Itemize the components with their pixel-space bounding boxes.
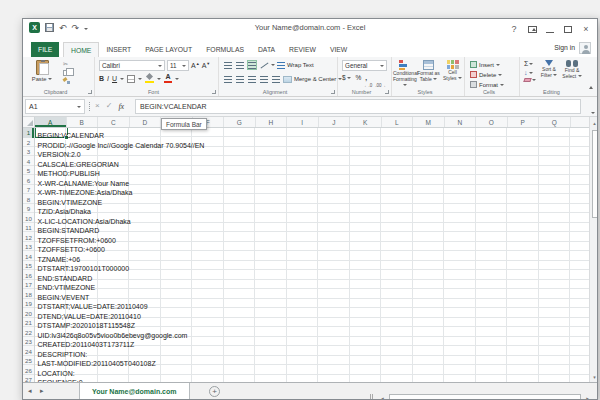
new-sheet-button[interactable]: + [209, 386, 220, 397]
grid-row-27[interactable]: SEQUENCE:0 [35, 375, 589, 382]
collapse-ribbon-button[interactable] [589, 75, 593, 93]
horizontal-scroll-thumb[interactable] [389, 394, 581, 400]
user-avatar-icon[interactable] [579, 42, 591, 54]
grid-row-8[interactable]: BEGIN:VTIMEZONE [35, 195, 589, 205]
row-header-9[interactable]: 9 [23, 204, 34, 214]
sheet-nav-right-icon[interactable]: ▸ [40, 387, 44, 395]
row-header-3[interactable]: 3 [23, 147, 34, 157]
row-header-10[interactable]: 10 [23, 214, 34, 224]
tab-home[interactable]: HOME [63, 42, 99, 57]
scroll-down-icon[interactable]: ▾ [590, 371, 598, 382]
ribbon-display-options-button[interactable] [523, 21, 541, 37]
sort-filter-button[interactable]: Sort &Filter [538, 60, 560, 79]
middle-align-button[interactable] [235, 60, 245, 70]
font-color-button[interactable]: A [164, 74, 172, 83]
grid-row-9[interactable]: TZID:Asia/Dhaka [35, 204, 589, 214]
scroll-left-icon[interactable]: ◂ [378, 393, 387, 400]
number-dialog-launcher[interactable] [385, 90, 389, 94]
borders-dropdown-icon[interactable] [138, 78, 142, 80]
help-button[interactable]: ? [505, 21, 523, 37]
horizontal-scroll-track[interactable] [387, 393, 583, 400]
row-header-2[interactable]: 2 [23, 138, 34, 148]
column-header-o[interactable]: O [476, 117, 508, 127]
column-header-j[interactable]: J [319, 117, 351, 127]
underline-dropdown-icon[interactable] [120, 78, 124, 80]
restore-button[interactable] [559, 21, 577, 37]
row-header-20[interactable]: 20 [23, 309, 34, 319]
font-dialog-launcher[interactable] [212, 90, 216, 94]
grid-row-10[interactable]: X-LIC-LOCATION:Asia/Dhaka [35, 214, 589, 224]
fill-button[interactable]: ↓ [524, 69, 536, 76]
merge-center-button[interactable]: Merge & Center [283, 76, 342, 83]
grid-row-14[interactable]: TZNAME:+06 [35, 252, 589, 262]
autosum-button[interactable]: Σ [524, 60, 536, 67]
row-header-24[interactable]: 24 [23, 347, 34, 357]
borders-button[interactable] [127, 75, 135, 83]
orientation-button[interactable] [259, 60, 269, 70]
accounting-format-button[interactable]: $ [342, 74, 351, 81]
shrink-font-button[interactable]: A▼ [202, 61, 211, 69]
tab-scrollbar-splitter[interactable] [370, 394, 373, 400]
grid-row-11[interactable]: BEGIN:STANDARD [35, 223, 589, 233]
tab-review[interactable]: REVIEW [282, 42, 323, 57]
row-header-27[interactable]: 27 [23, 375, 34, 382]
delete-button[interactable]: Delete [470, 71, 502, 78]
align-left-button[interactable] [223, 74, 233, 84]
minimize-button[interactable] [541, 21, 559, 37]
grid-row-4[interactable]: CALSCALE:GREGORIAN [35, 157, 589, 167]
row-header-15[interactable]: 15 [23, 261, 34, 271]
grid-row-1[interactable]: BEGIN:VCALENDAR [35, 128, 589, 138]
column-header-b[interactable]: B [67, 117, 99, 127]
top-align-button[interactable] [223, 60, 233, 70]
row-header-17[interactable]: 17 [23, 280, 34, 290]
grid-row-21[interactable]: DTSTAMP:20201018T115548Z [35, 318, 589, 328]
row-header-7[interactable]: 7 [23, 185, 34, 195]
grow-font-button[interactable]: A▲ [191, 61, 200, 69]
row-header-5[interactable]: 5 [23, 166, 34, 176]
sheet-nav-left-icon[interactable]: ◂ [28, 387, 32, 395]
grid-row-22[interactable]: UID:lv3l426q8o05v5vioo0b6ebevg@google.co… [35, 328, 589, 338]
fill-color-dropdown-icon[interactable] [157, 78, 161, 80]
grid-row-5[interactable]: METHOD:PUBLISH [35, 166, 589, 176]
percent-style-button[interactable]: % [355, 74, 361, 81]
bottom-align-button[interactable] [247, 60, 257, 70]
column-header-n[interactable]: N [445, 117, 477, 127]
grid-row-25[interactable]: LAST-MODIFIED:20110405T040108Z [35, 356, 589, 366]
column-header-g[interactable]: G [224, 117, 256, 127]
cell-styles-button[interactable]: CellStyles [441, 60, 464, 82]
horizontal-scrollbar[interactable]: ◂ ▸ [378, 393, 592, 400]
grid-row-16[interactable]: END:STANDARD [35, 271, 589, 281]
grid-rows[interactable]: BEGIN:VCALENDARPRODID:-//Google Inc//Goo… [35, 128, 589, 382]
sheet-tab-active[interactable]: Your Name@domain.com [79, 383, 190, 399]
align-center-button[interactable] [235, 74, 245, 84]
grid-row-15[interactable]: DTSTART:19700101T000000 [35, 261, 589, 271]
vertical-scrollbar[interactable]: ▴ ▾ [589, 117, 598, 382]
conditional-formatting-button[interactable]: ConditionalFormatting [393, 60, 416, 88]
format-button[interactable]: Format [470, 81, 504, 88]
cut-button[interactable]: ✂ [63, 61, 70, 67]
grid-row-18[interactable]: BEGIN:VEVENT [35, 290, 589, 300]
row-header-25[interactable]: 25 [23, 356, 34, 366]
grid-row-6[interactable]: X-WR-CALNAME:Your Name [35, 176, 589, 186]
italic-button[interactable]: I [107, 75, 109, 83]
row-header-13[interactable]: 13 [23, 242, 34, 252]
increase-indent-button[interactable] [271, 74, 281, 84]
name-box[interactable]: A1 [25, 99, 85, 114]
row-header-23[interactable]: 23 [23, 337, 34, 347]
underline-button[interactable]: U [112, 75, 117, 83]
grid-row-26[interactable]: LOCATION: [35, 366, 589, 376]
grid-row-2[interactable]: PRODID:-//Google Inc//Google Calendar 70… [35, 138, 589, 148]
tab-page-layout[interactable]: PAGE LAYOUT [138, 42, 199, 57]
grid-row-24[interactable]: DESCRIPTION: [35, 347, 589, 357]
comma-style-button[interactable]: , [365, 74, 367, 81]
font-name-combo[interactable]: Calibri [99, 60, 165, 71]
column-header-c[interactable]: C [98, 117, 130, 127]
column-header-q[interactable]: Q [539, 117, 571, 127]
sign-in-link[interactable]: Sign in [554, 44, 575, 51]
bold-button[interactable]: B [99, 75, 104, 83]
column-header-m[interactable]: M [413, 117, 445, 127]
row-header-22[interactable]: 22 [23, 328, 34, 338]
grid-row-19[interactable]: DTSTART;VALUE=DATE:20110409 [35, 299, 589, 309]
font-color-dropdown-icon[interactable] [175, 78, 179, 80]
paste-button[interactable]: Paste [29, 60, 55, 82]
